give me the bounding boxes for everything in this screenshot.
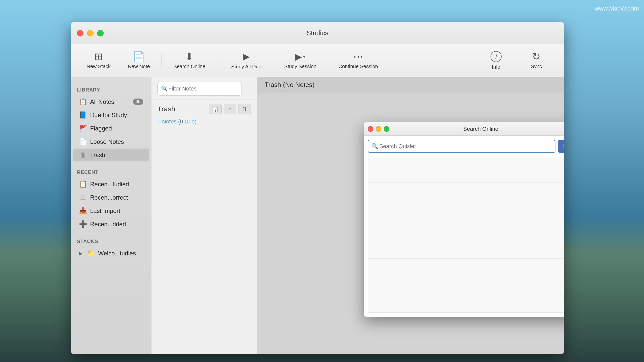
recent-studied-icon: 📋 [79, 180, 87, 188]
stack-toggle-icon: ▶ [79, 251, 83, 256]
search-online-label: Search Online [174, 64, 206, 69]
recent-studied-label: Recen...tudied [90, 181, 143, 188]
sidebar-item-recent-added[interactable]: ➕ Recen...dded [73, 218, 149, 231]
study-all-due-icon: ▶ [243, 51, 250, 62]
stack-label: Welco...tudies [98, 250, 143, 257]
new-stack-icon: ⊞ [94, 52, 103, 62]
search-online-button[interactable]: ⬇ Search Online [164, 44, 215, 77]
new-stack-label: New Stack [87, 64, 111, 69]
minimize-button[interactable] [87, 30, 94, 36]
sidebar-item-trash[interactable]: 🗑 Trash [73, 149, 149, 161]
note-list-controls: 📊 ≡ ⇅ [209, 104, 251, 114]
sidebar-item-recent-correct[interactable]: ⚠ Recen...orrect [73, 191, 149, 204]
recent-added-icon: ➕ [79, 220, 87, 228]
content-area: Trash (No Notes) Search Online [257, 77, 564, 354]
new-stack-button[interactable]: ⊞ New Stack [78, 44, 119, 77]
recent-header: RECENT [71, 167, 151, 177]
study-session-label: Study Session [284, 64, 316, 69]
last-import-label: Last Import [90, 207, 143, 214]
close-button[interactable] [77, 30, 84, 36]
continue-session-label: Continue Session [339, 64, 378, 69]
flagged-label: Flagged [90, 125, 143, 132]
trash-label: Trash [90, 152, 143, 159]
recent-correct-icon: ⚠ [79, 194, 87, 201]
result-row-2 [368, 183, 564, 208]
modal-title: Search Online [463, 126, 498, 132]
modal-close-button[interactable] [368, 126, 373, 132]
quizlet-badge: this [563, 144, 564, 149]
modal-maximize-button[interactable] [384, 126, 389, 132]
sync-icon: ↻ [532, 52, 541, 62]
modal-search-row: 🔍 this Quizlet [368, 140, 564, 153]
maximize-button[interactable] [97, 30, 104, 36]
traffic-lights [77, 30, 104, 36]
trash-icon: 🗑 [79, 151, 87, 159]
chart-view-button[interactable]: 📊 [209, 104, 222, 114]
result-row-1 [368, 157, 564, 182]
library-header: LIBRARY [71, 84, 151, 95]
sidebar-item-all-notes[interactable]: 📋 All Notes 45 [73, 95, 149, 108]
due-for-study-label: Due for Study [90, 112, 143, 119]
main-content: LIBRARY 📋 All Notes 45 📘 Due for Study 🚩… [71, 77, 564, 354]
list-view-button[interactable]: ≡ [224, 104, 236, 114]
sidebar-item-loose-notes[interactable]: 📄 Loose Notes [73, 135, 149, 148]
modal-body: 🔍 this Quizlet [364, 136, 564, 317]
all-notes-label: All Notes [90, 98, 130, 105]
modal-traffic-lights [368, 126, 389, 132]
sidebar-item-flagged[interactable]: 🚩 Flagged [73, 122, 149, 135]
info-button[interactable]: i Info [476, 44, 516, 77]
sidebar-item-welcome-studies[interactable]: ▶ 📁 Welco...tudies [73, 247, 149, 260]
info-icon: i [491, 51, 502, 62]
filter-wrapper: 🔍 [157, 82, 251, 96]
continue-session-button[interactable]: ⋯ Continue Session [328, 44, 388, 77]
flagged-icon: 🚩 [79, 124, 87, 132]
last-import-icon: 📥 [79, 207, 87, 215]
info-label: Info [492, 64, 500, 70]
window-title: Studies [307, 29, 329, 37]
recent-added-label: Recen...dded [90, 221, 143, 228]
result-row-3 [368, 208, 564, 233]
toolbar-separator-1 [162, 53, 162, 68]
result-row-4 [368, 233, 564, 258]
sidebar-item-due-for-study[interactable]: 📘 Due for Study [73, 109, 149, 121]
notes-count: 0 Notes (0 Due) [151, 118, 257, 127]
modal-search-input-wrapper: 🔍 [368, 140, 555, 153]
new-note-label: New Note [128, 64, 150, 69]
all-notes-icon: 📋 [79, 98, 87, 106]
study-session-icon: ▶▾ [295, 52, 305, 62]
study-session-button[interactable]: ▶▾ Study Session [273, 44, 328, 77]
result-row-5 [368, 259, 564, 284]
note-list-header: 🔍 [151, 77, 257, 100]
sync-label: Sync [531, 64, 542, 69]
sidebar: LIBRARY 📋 All Notes 45 📘 Due for Study 🚩… [71, 77, 151, 354]
continue-session-icon: ⋯ [353, 52, 363, 62]
recent-correct-label: Recen...orrect [90, 194, 143, 201]
stacks-header: STACKS [71, 236, 151, 246]
due-for-study-icon: 📘 [79, 111, 87, 119]
all-notes-badge: 45 [133, 99, 143, 105]
sync-button[interactable]: ↻ Sync [516, 44, 556, 77]
loose-notes-label: Loose Notes [90, 138, 143, 145]
search-online-modal: Search Online 🔍 this Quizlet [364, 122, 564, 317]
note-list-area: 🔍 Trash 📊 ≡ ⇅ 0 Notes (0 Due) [151, 77, 257, 354]
new-note-button[interactable]: 📄 New Note [119, 44, 159, 77]
result-row-6 [368, 284, 564, 309]
quizlet-button[interactable]: this Quizlet [558, 140, 564, 153]
search-online-icon: ⬇ [185, 52, 194, 62]
study-all-due-button[interactable]: ▶ Study All Due [220, 44, 273, 77]
loose-notes-icon: 📄 [79, 138, 87, 146]
toolbar: ⊞ New Stack 📄 New Note ⬇ Search Online ▶… [71, 44, 564, 77]
titlebar: Studies [71, 22, 564, 44]
stack-folder-icon: 📁 [87, 249, 95, 257]
modal-titlebar: Search Online [364, 122, 564, 136]
sidebar-item-last-import[interactable]: 📥 Last Import [73, 204, 149, 217]
modal-results-area[interactable] [368, 157, 564, 313]
toolbar-separator-2 [217, 53, 217, 68]
modal-search-input[interactable] [368, 140, 555, 153]
filter-input[interactable] [157, 82, 242, 96]
sort-button[interactable]: ⇅ [238, 104, 251, 114]
new-note-icon: 📄 [133, 52, 145, 62]
modal-minimize-button[interactable] [376, 126, 381, 132]
sidebar-item-recent-studied[interactable]: 📋 Recen...tudied [73, 178, 149, 191]
study-all-due-label: Study All Due [231, 64, 261, 70]
